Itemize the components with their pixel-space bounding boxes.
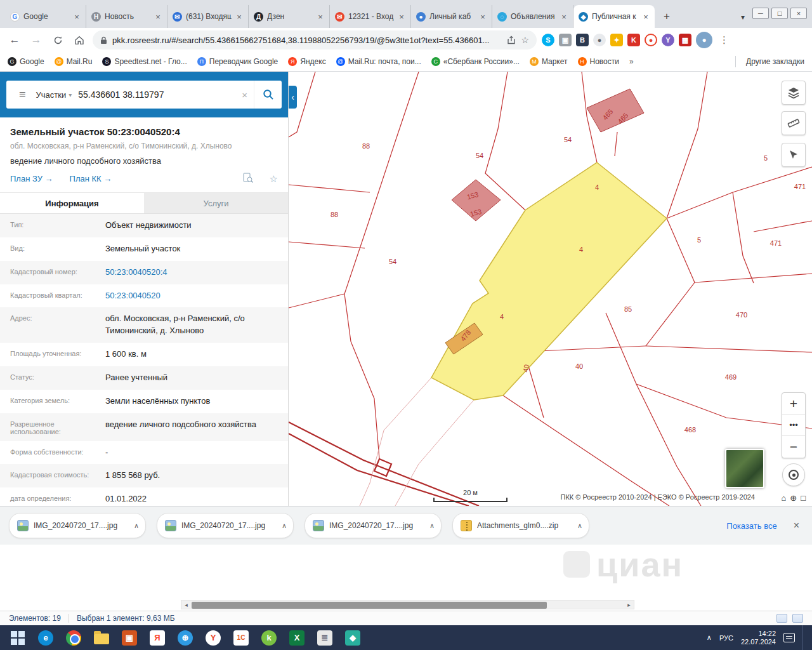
kaspersky-extension-icon[interactable]: K xyxy=(627,34,640,46)
tab-close-icon[interactable]: × xyxy=(479,12,487,22)
language-indicator[interactable]: РУС xyxy=(719,634,733,642)
extension-icon[interactable]: ▣ xyxy=(559,34,572,46)
browser-tab[interactable]: GGoogle× xyxy=(5,5,86,28)
chevron-down-icon[interactable]: ▾ xyxy=(69,91,78,98)
tab-search-chevron-icon[interactable]: ▾ xyxy=(741,13,745,22)
bookmark-item[interactable]: SSpeedtest.net - Гло... xyxy=(102,57,187,66)
map-canvas[interactable]: 88 54 465 465 54 5 471 153 153 4 88 5 47… xyxy=(289,72,812,506)
url-bar[interactable]: pkk.rosreestr.ru/#/search/55.43661566275… xyxy=(93,30,537,50)
plan-zu-link[interactable]: План ЗУ → xyxy=(10,174,53,183)
reload-button[interactable] xyxy=(49,32,66,48)
show-all-downloads-button[interactable]: Показать все xyxy=(726,521,776,531)
plan-kk-link[interactable]: План КК → xyxy=(70,174,112,183)
app2-taskbar-icon[interactable]: ≣ xyxy=(311,625,339,650)
new-tab-button[interactable]: + xyxy=(658,8,675,25)
bookmark-item[interactable]: С«Сбербанк России»... xyxy=(431,57,520,66)
tab-services[interactable]: Услуги xyxy=(144,193,288,213)
tab-close-icon[interactable]: × xyxy=(154,12,162,22)
skype-extension-icon[interactable]: S xyxy=(542,34,554,46)
browser-tab[interactable]: ◌Объявления× xyxy=(492,5,573,28)
cadastral-number-link[interactable]: 50:23:0040520:4 xyxy=(105,267,288,279)
globe-app-taskbar-icon[interactable]: ⊕ xyxy=(171,625,199,650)
bookmark-item[interactable]: GGoogle xyxy=(8,57,44,66)
forward-button[interactable]: → xyxy=(28,32,44,48)
kontur-taskbar-icon[interactable]: k xyxy=(255,625,283,650)
measure-button[interactable] xyxy=(782,111,806,135)
search-submit-button[interactable] xyxy=(254,81,282,109)
yandex-taskbar-icon[interactable]: Я xyxy=(143,625,171,650)
tab-close-icon[interactable]: × xyxy=(235,12,243,22)
taskbar-clock[interactable]: 14:22 22.07.2024 xyxy=(741,630,776,646)
scroll-left-arrow[interactable]: ◂ xyxy=(181,600,191,609)
tray-expand-icon[interactable]: ∧ xyxy=(707,633,712,642)
bookmark-item[interactable]: @Mail.Ru: почта, пои... xyxy=(336,57,421,66)
chrome-taskbar-icon[interactable] xyxy=(60,625,88,650)
tab-close-icon[interactable]: × xyxy=(73,12,81,22)
home-extent-icon[interactable]: ⌂ xyxy=(781,493,786,503)
scroll-right-arrow[interactable]: ▸ xyxy=(624,600,634,609)
profile-extension-icon[interactable]: ● xyxy=(593,34,606,46)
minimize-button[interactable]: ─ xyxy=(752,8,769,19)
share-icon[interactable] xyxy=(507,36,516,44)
browser-tab[interactable]: ✉(631) Входящ× xyxy=(167,5,249,28)
geolocate-button[interactable] xyxy=(782,463,805,486)
browser-menu-kebab-icon[interactable]: ⋮ xyxy=(717,34,731,46)
bookmark-item[interactable]: ННовости xyxy=(578,57,619,66)
scroll-thumb[interactable] xyxy=(192,602,547,609)
chip-caret-icon[interactable]: ∧ xyxy=(577,522,582,530)
horizontal-scrollbar[interactable]: ◂ ▸ xyxy=(181,600,634,609)
zoom-more-button[interactable]: ••• xyxy=(782,415,805,436)
tab-close-icon[interactable]: × xyxy=(317,12,324,22)
tab-close-icon[interactable]: × xyxy=(398,12,405,22)
extension-icon[interactable]: B xyxy=(576,34,589,46)
tab-close-icon[interactable]: × xyxy=(560,12,568,22)
favorite-star-icon[interactable]: ☆ xyxy=(270,173,278,185)
menu-hamburger-icon[interactable]: ≡ xyxy=(13,88,32,102)
other-bookmarks-button[interactable]: Другие закладки xyxy=(746,57,804,66)
bookmark-item[interactable]: ММаркет xyxy=(530,57,568,66)
building-465[interactable] xyxy=(587,89,644,132)
zoom-in-button[interactable]: + xyxy=(782,393,805,415)
bookmark-star-icon[interactable]: ☆ xyxy=(521,35,529,45)
profile-avatar[interactable]: ● xyxy=(696,32,712,48)
search-input[interactable] xyxy=(78,90,235,100)
onec-taskbar-icon[interactable]: 1С xyxy=(227,625,255,650)
plan-preview-icon[interactable] xyxy=(243,173,253,185)
browser-tab[interactable]: ННовость× xyxy=(86,5,167,28)
bookmark-item[interactable]: @Mail.Ru xyxy=(55,57,93,66)
download-chip[interactable]: IMG_20240720_17....jpg∧ xyxy=(304,513,442,538)
ybrowser-taskbar-icon[interactable]: Y xyxy=(199,625,227,650)
downloads-close-icon[interactable]: × xyxy=(794,520,803,531)
zoom-out-button[interactable]: − xyxy=(782,436,805,458)
browser-tab[interactable]: ДДзен× xyxy=(249,5,330,28)
excel-taskbar-icon[interactable]: X xyxy=(283,625,311,650)
thumbnails-view-icon[interactable] xyxy=(792,614,803,623)
browser-tab[interactable]: ✉12321 - Вход× xyxy=(330,5,411,28)
fullscreen-icon[interactable]: □ xyxy=(801,493,806,503)
download-chip[interactable]: IMG_20240720_17....jpg∧ xyxy=(157,513,294,538)
back-button[interactable]: ← xyxy=(6,32,23,48)
bookmark-item[interactable]: ППереводчик Google xyxy=(197,57,278,66)
home-button[interactable] xyxy=(71,32,88,48)
close-button[interactable]: × xyxy=(790,8,807,19)
basemap-thumbnail[interactable] xyxy=(725,449,764,488)
cadastral-map[interactable]: 88 54 465 465 54 5 471 153 153 4 88 5 47… xyxy=(289,72,812,506)
extension-icon[interactable]: ● xyxy=(645,34,657,46)
cube-app-taskbar-icon[interactable]: ◆ xyxy=(339,625,367,650)
extension-icon[interactable]: ▦ xyxy=(679,34,691,46)
tab-close-icon[interactable]: × xyxy=(642,12,650,22)
explorer-taskbar-icon[interactable] xyxy=(88,625,115,650)
download-chip[interactable]: IMG_20240720_17....jpg∧ xyxy=(9,513,146,538)
search-clear-icon[interactable]: × xyxy=(235,90,254,100)
app-taskbar-icon[interactable]: ▣ xyxy=(115,625,143,650)
details-view-icon[interactable] xyxy=(776,614,787,623)
chip-caret-icon[interactable]: ∧ xyxy=(429,522,435,530)
action-center-icon[interactable] xyxy=(783,633,795,642)
browser-tab-active[interactable]: ◆Публичная к× xyxy=(573,5,655,28)
identify-button[interactable] xyxy=(782,143,806,167)
extension-icon[interactable]: Y xyxy=(662,34,674,46)
chip-caret-icon[interactable]: ∧ xyxy=(134,522,139,530)
tab-information[interactable]: Информация xyxy=(0,193,144,213)
chip-caret-icon[interactable]: ∧ xyxy=(282,522,287,530)
download-chip[interactable]: Attachments_glm0....zip∧ xyxy=(452,513,589,538)
